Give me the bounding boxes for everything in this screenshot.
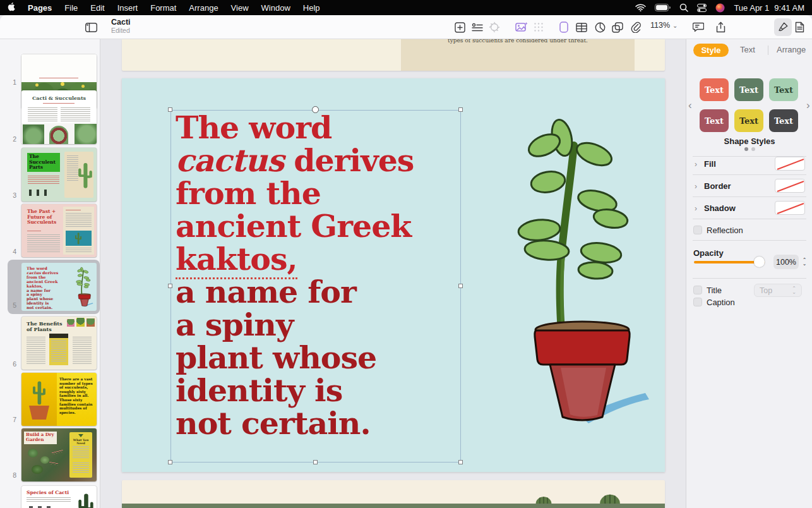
page-6-green-band: [122, 504, 665, 508]
placeholder-grid-icon: [530, 18, 547, 36]
selection-handle-bottom-left[interactable]: [168, 460, 172, 464]
battery-icon[interactable]: [655, 4, 671, 11]
canvas-workspace[interactable]: types of succulents are considered under…: [100, 39, 686, 508]
menu-clock[interactable]: Tue Apr 1 9:41 AM: [734, 3, 804, 13]
shadow-none-swatch[interactable]: [775, 201, 805, 215]
shape-style-swatch-6[interactable]: Text: [769, 109, 798, 132]
selection-handle-bottom-right[interactable]: [458, 460, 463, 464]
menu-edit[interactable]: Edit: [84, 3, 110, 13]
reflection-label: Reflection: [707, 226, 743, 235]
menu-file[interactable]: File: [58, 3, 84, 13]
chart-button[interactable]: [591, 18, 609, 36]
selection-handle-top-right[interactable]: [458, 107, 463, 112]
fill-disclosure-icon[interactable]: ›: [695, 160, 697, 169]
menu-help[interactable]: Help: [297, 3, 326, 13]
text-line: ancient Greek: [176, 210, 460, 243]
menu-view[interactable]: View: [225, 3, 255, 13]
comment-button[interactable]: [690, 18, 707, 36]
rotation-handle[interactable]: [312, 106, 319, 113]
styles-next-icon[interactable]: ›: [806, 99, 810, 112]
zoom-caret-icon: ⌄: [672, 22, 678, 29]
cactus-text-block[interactable]: The word cactus derives from the ancient…: [176, 111, 460, 440]
jade-plant-illustration[interactable]: [486, 112, 652, 428]
thumbnail-page-8[interactable]: Build a Dry Garden What You Need: [21, 428, 97, 481]
page-6-partial[interactable]: [122, 480, 665, 508]
opacity-slider-knob[interactable]: [754, 257, 765, 267]
thumb8-card-title: What You Need: [72, 438, 90, 445]
control-center-icon[interactable]: [697, 4, 707, 12]
tab-style[interactable]: Style: [693, 44, 729, 57]
shadow-disclosure-icon[interactable]: ›: [695, 204, 697, 213]
thumbnail-page-4[interactable]: The Past + Future of Succulents: [21, 204, 97, 257]
shape-style-swatch-4[interactable]: Text: [700, 109, 729, 132]
text-line: a name for: [176, 275, 460, 308]
menu-window[interactable]: Window: [255, 3, 297, 13]
page-number: 4: [0, 248, 16, 255]
format-inspector: Style Text Arrange ‹ › Text Text Text Te…: [686, 39, 812, 508]
tab-arrange[interactable]: Arrange: [777, 45, 806, 54]
table-button[interactable]: [573, 18, 590, 36]
title-checkbox[interactable]: [693, 286, 702, 294]
document-title-block[interactable]: Cacti Edited: [111, 18, 131, 34]
shape-style-swatch-3[interactable]: Text: [769, 78, 798, 101]
apple-menu-icon[interactable]: [0, 2, 21, 13]
thumbnail-page-6[interactable]: The Benefits of Plants: [21, 317, 97, 370]
document-status: Edited: [111, 27, 131, 34]
fill-none-swatch[interactable]: [775, 157, 805, 171]
styles-prev-icon[interactable]: ‹: [688, 99, 692, 112]
siri-icon[interactable]: [715, 3, 725, 13]
sidebar-toggle-button[interactable]: [83, 19, 99, 35]
shape-style-swatch-2[interactable]: Text: [734, 78, 763, 101]
caption-label: Caption: [707, 298, 735, 307]
caption-checkbox[interactable]: [693, 298, 702, 306]
thumbnail-page-2[interactable]: Cacti & Succulents: [21, 90, 97, 144]
attach-icon[interactable]: [627, 18, 645, 36]
tab-text[interactable]: Text: [740, 45, 755, 54]
shapes-button[interactable]: [609, 18, 626, 36]
opacity-value[interactable]: 100%: [773, 255, 799, 269]
insert-button[interactable]: [451, 18, 469, 36]
thumb2-title: Cacti & Succulents: [21, 95, 97, 101]
thumbnail-page-3[interactable]: The Succulent Parts: [21, 148, 97, 202]
search-icon[interactable]: [679, 3, 688, 12]
document-settings-button[interactable]: [791, 18, 808, 36]
opacity-label: Opacity: [693, 248, 724, 258]
page-number: 6: [0, 360, 16, 368]
reflection-checkbox[interactable]: [693, 226, 702, 234]
wifi-icon[interactable]: [635, 4, 646, 11]
thumbnail-page-7[interactable]: There are a vast number of types of succ…: [21, 373, 97, 426]
page-4-partial[interactable]: types of succulents are considered under…: [122, 39, 665, 71]
thumbnail-page-9[interactable]: Species of Cacti: [21, 486, 97, 508]
selection-handle-mid-right[interactable]: [458, 284, 463, 288]
thumbnail-page-5[interactable]: The word cactus derives from the ancient…: [21, 263, 97, 311]
title-label: Title: [707, 286, 722, 295]
title-position-dropdown[interactable]: Top ⌃⌄: [754, 284, 802, 297]
thumb3-title: The Succulent Parts: [29, 154, 59, 171]
thumb7-text: There are a vast number of types of succ…: [59, 377, 94, 414]
share-button[interactable]: [712, 18, 729, 36]
opacity-stepper[interactable]: ⌃⌄: [801, 255, 808, 269]
pagination-dot[interactable]: [751, 147, 755, 151]
page-5-canvas[interactable]: The word cactus derives from the ancient…: [122, 78, 665, 472]
shape-style-swatch-5[interactable]: Text: [734, 109, 763, 132]
toolbar: Cacti Edited: [0, 15, 812, 39]
text-box-button[interactable]: [469, 18, 486, 36]
zoom-control[interactable]: 113% ⌄: [650, 21, 678, 30]
pagination-dot-active[interactable]: [744, 147, 748, 151]
selection-handle-bottom-center[interactable]: [313, 460, 318, 464]
menu-arrange[interactable]: Arrange: [182, 3, 224, 13]
text-line: plant whose: [176, 341, 460, 374]
selection-handle-top-left[interactable]: [168, 107, 172, 112]
format-button[interactable]: [774, 18, 792, 36]
menu-format[interactable]: Format: [144, 3, 182, 13]
shape-style-swatch-1[interactable]: Text: [700, 78, 729, 101]
border-disclosure-icon[interactable]: ›: [695, 182, 697, 191]
menu-insert[interactable]: Insert: [111, 3, 145, 13]
text-frame-button[interactable]: [555, 18, 573, 36]
text-line: kaktos,: [176, 243, 460, 275]
selection-handle-mid-left[interactable]: [168, 284, 172, 288]
border-none-swatch[interactable]: [775, 179, 805, 193]
menu-app-name[interactable]: Pages: [21, 3, 58, 13]
border-label: Border: [704, 181, 731, 191]
media-button[interactable]: [513, 18, 530, 36]
